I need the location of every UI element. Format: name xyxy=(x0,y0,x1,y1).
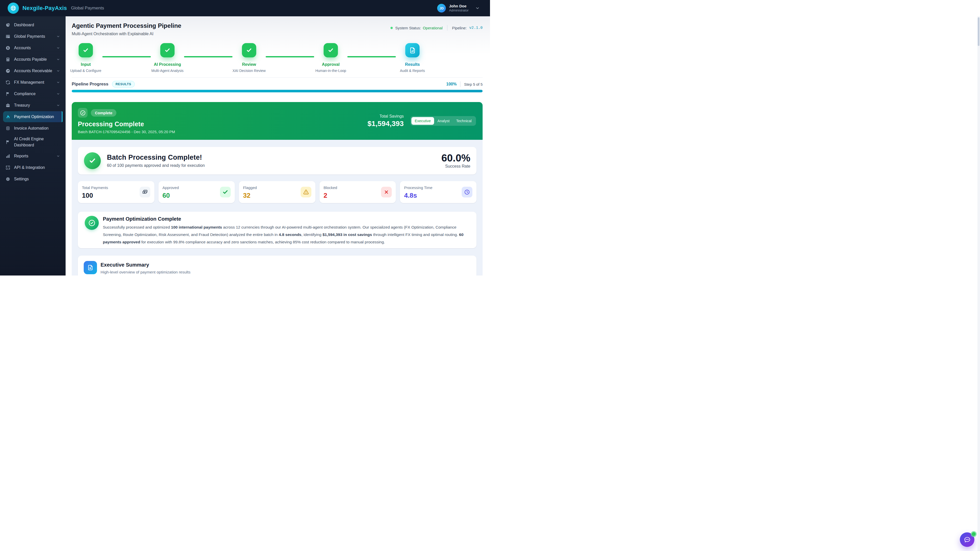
divider xyxy=(447,25,447,30)
step-connector xyxy=(181,56,235,57)
sidebar-item-reports[interactable]: Reports xyxy=(3,151,62,162)
user-name: John Doe xyxy=(449,4,469,9)
view-tab-analyst[interactable]: Analyst xyxy=(434,117,453,125)
sidebar-item-fx-management[interactable]: FX Management xyxy=(3,77,62,88)
step-title: Approval xyxy=(322,62,339,67)
sidebar-item-dashboard[interactable]: Dashboard xyxy=(3,19,62,30)
optimization-summary: Successfully processed and optimized 100… xyxy=(103,224,470,246)
chevron-down-icon xyxy=(56,92,60,96)
chevron-down-icon xyxy=(56,46,60,50)
user-role: Administrator xyxy=(449,8,469,13)
divider xyxy=(72,77,483,78)
sidebar-item-settings[interactable]: Settings xyxy=(3,173,62,184)
step-title: Review xyxy=(242,62,256,67)
calculator-icon xyxy=(6,57,10,62)
step-connector xyxy=(100,56,153,57)
pipeline-step-review[interactable]: Review XAI Decision Review xyxy=(235,43,263,73)
progress-bar xyxy=(72,90,483,92)
refresh-icon xyxy=(6,80,10,85)
success-subtitle: 60 of 100 payments approved and ready fo… xyxy=(107,163,205,168)
avatar: JD xyxy=(437,4,446,13)
sidebar-item-ai-credit-engine-dashboard[interactable]: AI Credit Engine Dashboard xyxy=(3,134,62,150)
total-savings-value: $1,594,393 xyxy=(368,120,404,128)
main-content: Agentic Payment Processing Pipeline Mult… xyxy=(65,16,490,275)
check-icon xyxy=(324,43,338,57)
pipeline-version: v2.1.0 xyxy=(469,26,483,30)
chevron-down-icon xyxy=(56,154,60,158)
sidebar-item-label: Reports xyxy=(14,151,28,161)
view-tabs: Executive Analyst Technical xyxy=(410,116,476,126)
executive-summary-subtitle: High-level overview of payment optimizat… xyxy=(100,270,190,275)
sidebar-item-accounts-payable[interactable]: Accounts Payable xyxy=(3,54,62,65)
sidebar-item-api-integration[interactable]: API & Integration xyxy=(3,162,62,173)
system-status-value: Operational xyxy=(423,26,443,30)
x-icon xyxy=(381,187,392,197)
step-subtitle: XAI Decision Review xyxy=(232,68,266,73)
step-title: Input xyxy=(81,62,91,67)
stat-card-approved: Approved 60 xyxy=(159,181,235,203)
pipeline-step-results[interactable]: Results Audit & Reports xyxy=(398,43,426,73)
sidebar-item-label: Accounts xyxy=(14,43,31,53)
sidebar-item-global-payments[interactable]: Global Payments xyxy=(3,31,62,42)
user-menu[interactable]: JD John Doe Administrator xyxy=(437,4,480,13)
flag-icon xyxy=(6,92,10,96)
briefcase-icon xyxy=(6,103,10,108)
sidebar-item-invoice-automation[interactable]: Invoice Automation xyxy=(3,123,62,134)
view-tab-technical[interactable]: Technical xyxy=(453,117,475,125)
chevron-down-icon[interactable] xyxy=(475,6,480,11)
credit-card-icon xyxy=(6,34,10,39)
optimization-card: Payment Optimization Complete Successful… xyxy=(78,212,476,248)
flag-icon xyxy=(6,140,10,144)
pipeline-step-input[interactable]: Input Upload & Configure xyxy=(72,43,100,73)
chevron-down-icon xyxy=(56,69,60,73)
sidebar-item-compliance[interactable]: Compliance xyxy=(3,88,62,99)
step-title: AI Processing xyxy=(154,62,181,67)
progress-bar-fill xyxy=(72,90,483,92)
sidebar-item-label: Accounts Receivable xyxy=(14,66,52,76)
banner-title: Processing Complete xyxy=(78,121,175,128)
success-rate-value: 60.0% xyxy=(442,153,470,163)
sidebar-item-label: Payment Optimization xyxy=(14,112,54,122)
sidebar-item-label: Compliance xyxy=(14,89,35,99)
sidebar-item-label: AI Credit Engine Dashboard xyxy=(14,134,60,150)
step-subtitle: Upload & Configure xyxy=(70,68,101,73)
pipeline-label: Pipeline: xyxy=(452,26,467,30)
gear-icon xyxy=(6,177,10,181)
sidebar-item-label: Dashboard xyxy=(14,20,34,30)
file-chart-icon xyxy=(405,43,420,57)
check-icon xyxy=(242,43,256,57)
file-text-icon xyxy=(84,261,97,274)
top-bar: Nexgile-PayAxis Global Payments JD John … xyxy=(0,0,490,16)
check-icon xyxy=(160,43,175,57)
results-section: Complete Processing Complete Batch BATCH… xyxy=(72,102,483,275)
check-icon xyxy=(84,152,101,169)
step-connector xyxy=(263,56,317,57)
sidebar-item-label: Accounts Payable xyxy=(14,55,47,64)
sidebar-item-accounts-receivable[interactable]: Accounts Receivable xyxy=(3,65,62,76)
clock-icon xyxy=(462,187,473,197)
step-subtitle: Audit & Reports xyxy=(400,68,425,73)
step-title: Results xyxy=(405,62,420,67)
stat-card-flagged: Flagged 32 xyxy=(239,181,315,203)
sidebar-item-accounts[interactable]: Accounts xyxy=(3,42,62,53)
progress-step-text: Step 5 of 5 xyxy=(464,82,483,86)
status-badge: Complete xyxy=(91,109,116,117)
sidebar-item-label: FX Management xyxy=(14,78,44,87)
pipeline-step-ai-processing[interactable]: AI Processing Multi-Agent Analysis xyxy=(153,43,181,73)
circle-check-icon xyxy=(85,216,99,230)
circle-check-icon xyxy=(78,108,88,118)
system-status: System Status: Operational Pipeline: v2.… xyxy=(390,25,483,30)
bar-chart-icon xyxy=(6,154,10,159)
stage-badge: RESULTS xyxy=(112,81,135,87)
warning-triangle-icon xyxy=(301,187,311,197)
brand: Nexgile-PayAxis Global Payments xyxy=(8,3,104,14)
total-savings-label: Total Savings xyxy=(368,114,404,119)
sidebar-item-treasury[interactable]: Treasury xyxy=(3,100,62,111)
globe-icon xyxy=(10,5,17,11)
sidebar-item-payment-optimization[interactable]: Payment Optimization xyxy=(3,111,62,122)
sidebar: Dashboard Global Payments Accounts Accou… xyxy=(0,16,65,275)
brand-name: Nexgile-PayAxis xyxy=(22,5,67,11)
banner-batch-info: Batch BATCH-1767095424456 - Dec 30, 2025… xyxy=(78,130,175,134)
view-tab-executive[interactable]: Executive xyxy=(411,117,434,125)
pipeline-step-approval[interactable]: Approval Human-in-the-Loop xyxy=(317,43,345,73)
